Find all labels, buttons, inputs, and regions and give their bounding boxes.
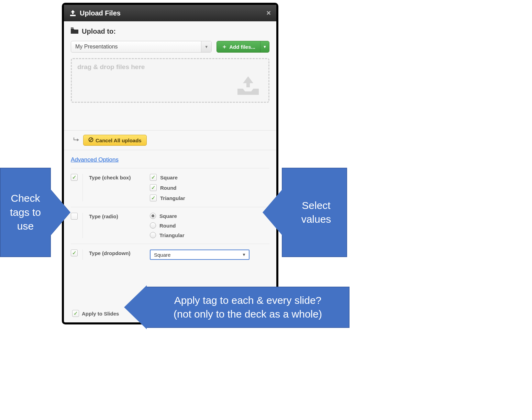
upload-to-label: Upload to: <box>82 27 116 35</box>
plus-icon: ＋ <box>222 44 227 49</box>
dialog-title: Upload Files <box>80 9 121 17</box>
apply-to-slides-checkbox[interactable]: ✓ <box>72 310 79 317</box>
value-checkbox-round[interactable]: ✓ <box>150 184 157 191</box>
add-files-label: Add files... <box>229 44 255 50</box>
upload-dialog: Upload Files × Upload to: My Presentatio… <box>62 3 278 324</box>
add-files-button[interactable]: ＋ Add files... ▼ <box>217 41 269 53</box>
value-dropdown-selected: Square <box>154 252 170 258</box>
cancel-all-uploads-button[interactable]: Cancel All uploads <box>83 135 147 146</box>
cancel-circle-icon <box>88 137 93 143</box>
upload-to-row: Upload to: <box>71 27 269 35</box>
value-label: Triangular <box>160 195 185 201</box>
close-icon[interactable]: × <box>266 9 271 18</box>
upload-icon <box>69 10 76 16</box>
svg-line-1 <box>90 139 92 141</box>
value-dropdown[interactable]: Square ▼ <box>150 250 250 260</box>
inbox-icon <box>236 76 260 97</box>
chevron-down-icon: ▼ <box>201 41 211 52</box>
value-label: Round <box>160 185 176 191</box>
folder-icon <box>71 27 78 35</box>
value-label: Square <box>160 175 178 180</box>
sub-arrow-icon <box>73 137 79 144</box>
value-checkbox-square[interactable]: ✓ <box>150 174 157 181</box>
tag-enable-checkbox-type-dropdown[interactable]: ✓ <box>71 250 78 256</box>
annotation-check-tags: Check tags to use <box>0 168 51 257</box>
dialog-header: Upload Files × <box>64 5 276 21</box>
destination-folder-select[interactable]: My Presentations ▼ <box>71 41 212 53</box>
apply-to-slides-label: Apply to Slides <box>82 311 119 317</box>
value-radio-triangular[interactable] <box>150 232 156 238</box>
advanced-options-link[interactable]: Advanced Options <box>71 156 119 163</box>
tag-label-type-dropdown: Type (dropdown) <box>89 250 131 256</box>
annotation-select-values: Select values <box>282 168 347 257</box>
tag-label-type-radio: Type (radio) <box>89 213 118 219</box>
destination-folder-value: My Presentations <box>71 44 201 50</box>
add-files-dropdown-toggle[interactable]: ▼ <box>260 41 269 52</box>
value-radio-round[interactable] <box>150 222 156 229</box>
tag-enable-checkbox-type-radio[interactable] <box>71 213 78 220</box>
file-dropzone[interactable]: drag & drop files here <box>71 58 269 103</box>
tag-enable-checkbox-type-checkbox[interactable]: ✓ <box>71 174 78 181</box>
chevron-down-icon: ▼ <box>242 252 246 257</box>
dropzone-label: drag & drop files here <box>77 63 145 71</box>
value-radio-square[interactable] <box>150 213 156 219</box>
annotation-apply-to-slides: Apply tag to each & every slide? (not on… <box>146 287 350 328</box>
value-label: Round <box>159 223 176 229</box>
value-checkbox-triangular[interactable]: ✓ <box>150 195 157 201</box>
cancel-all-label: Cancel All uploads <box>96 137 142 143</box>
tag-label-type-checkbox: Type (check box) <box>89 174 131 180</box>
value-label: Triangular <box>159 232 185 238</box>
value-label: Square <box>159 213 177 219</box>
